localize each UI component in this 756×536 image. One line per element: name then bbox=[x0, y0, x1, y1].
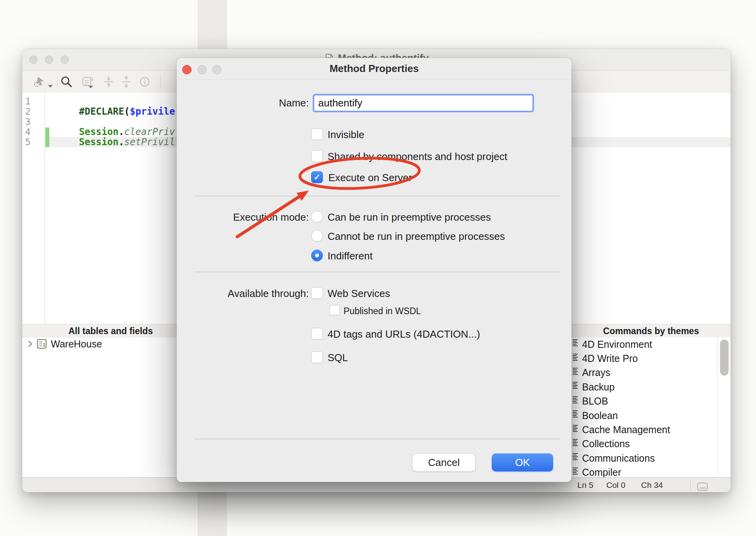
line-number: 5 bbox=[25, 137, 30, 147]
table-name: WareHouse bbox=[51, 338, 102, 350]
commands-theme-item[interactable]: Collections bbox=[571, 437, 731, 451]
invisible-label: Invisible bbox=[328, 129, 364, 141]
statusbar-panel-icon[interactable] bbox=[697, 481, 708, 489]
macros-dropdown-caret[interactable] bbox=[88, 86, 93, 88]
code-line: Session.setPrivil bbox=[79, 137, 175, 147]
status-char: Ch 34 bbox=[641, 478, 663, 492]
theme-list-icon bbox=[572, 424, 578, 436]
code-line: Session.clearPriv bbox=[79, 127, 175, 137]
web-services-checkbox[interactable] bbox=[311, 287, 323, 299]
theme-label: 4D Environment bbox=[582, 339, 652, 350]
separator bbox=[195, 439, 560, 439]
radio-preemptive-can-label: Can be run in preemptive processes bbox=[328, 211, 491, 223]
commands-theme-item[interactable]: 4D Environment bbox=[571, 337, 731, 351]
status-column: Col 0 bbox=[606, 478, 625, 492]
commands-theme-item[interactable]: BLOB bbox=[571, 394, 731, 408]
close-button[interactable] bbox=[29, 56, 38, 64]
commands-theme-item[interactable]: Communications bbox=[571, 451, 731, 465]
invisible-checkbox[interactable] bbox=[311, 128, 323, 140]
theme-label: Compiler bbox=[582, 467, 621, 477]
line-number: 1 bbox=[25, 96, 30, 106]
theme-list-icon bbox=[572, 353, 578, 365]
sql-checkbox[interactable] bbox=[311, 351, 323, 363]
separator bbox=[195, 196, 560, 196]
modified-lines-bar bbox=[45, 128, 49, 147]
separator bbox=[195, 272, 560, 272]
tables-list: WareHouse bbox=[22, 338, 199, 477]
zoom-button[interactable] bbox=[61, 56, 69, 64]
minimize-button[interactable] bbox=[45, 56, 53, 64]
execution-mode-label: Execution mode: bbox=[177, 211, 309, 223]
theme-label: Arrays bbox=[582, 367, 610, 378]
theme-list-icon bbox=[572, 396, 578, 407]
dialog-title: Method Properties bbox=[177, 58, 571, 79]
status-line: Ln 5 bbox=[577, 478, 593, 492]
table-tree-item[interactable]: WareHouse bbox=[22, 338, 199, 350]
theme-list-icon bbox=[572, 467, 578, 477]
theme-label: 4D Write Pro bbox=[582, 353, 638, 364]
radio-preemptive-cannot[interactable] bbox=[311, 230, 323, 242]
available-through-label: Available through: bbox=[177, 288, 309, 300]
code-line: #DECLARE($privile bbox=[79, 106, 175, 117]
theme-label: Cache Management bbox=[582, 424, 670, 435]
theme-label: Backup bbox=[582, 381, 614, 393]
gutter: 12345 bbox=[22, 93, 45, 324]
disclosure-chevron-icon[interactable] bbox=[27, 340, 34, 348]
expand-all-icon[interactable] bbox=[120, 75, 133, 90]
commands-theme-item[interactable]: Compiler bbox=[571, 466, 731, 477]
red-annotation-overlay bbox=[177, 58, 571, 482]
tables-panel-header: All tables and fields bbox=[22, 324, 199, 338]
theme-label: Communications bbox=[582, 453, 655, 464]
statusbar-separator bbox=[690, 480, 691, 490]
run-method-dropdown-caret[interactable] bbox=[48, 85, 53, 88]
commands-theme-item[interactable]: Boolean bbox=[571, 408, 731, 423]
theme-list-icon bbox=[572, 410, 578, 421]
name-label: Name: bbox=[177, 97, 309, 109]
method-properties-dialog: Method Properties Name: Invisible Shared… bbox=[177, 58, 571, 482]
radio-indifferent-label: Indifferent bbox=[328, 250, 373, 262]
theme-label: BLOB bbox=[582, 396, 608, 407]
search-icon[interactable] bbox=[60, 75, 73, 90]
radio-preemptive-cannot-label: Cannot be run in preemptive processes bbox=[328, 230, 505, 243]
scrollbar-thumb[interactable] bbox=[720, 340, 729, 376]
commands-panel-header: Commands by themes bbox=[571, 324, 731, 338]
ok-button[interactable]: OK bbox=[492, 453, 553, 471]
radio-indifferent[interactable] bbox=[311, 250, 323, 261]
commands-list: 4D Environment4D Write ProArraysBackupBL… bbox=[571, 337, 731, 477]
theme-label: Boolean bbox=[582, 410, 618, 421]
line-number: 4 bbox=[25, 127, 30, 137]
radio-preemptive-can[interactable] bbox=[311, 211, 323, 223]
commands-theme-item[interactable]: Cache Management bbox=[571, 423, 731, 437]
sql-label: SQL bbox=[328, 352, 348, 364]
theme-list-icon bbox=[572, 452, 578, 464]
commands-theme-item[interactable]: Backup bbox=[571, 380, 731, 394]
toolbar-separator bbox=[160, 76, 161, 88]
4d-tags-label: 4D tags and URLs (4DACTION...) bbox=[328, 328, 480, 340]
line-number: 3 bbox=[25, 117, 30, 127]
shared-label: Shared by components and host project bbox=[328, 151, 507, 163]
line-number: 2 bbox=[25, 106, 30, 117]
commands-theme-item[interactable]: 4D Write Pro bbox=[571, 351, 731, 365]
execute-on-server-checkbox[interactable]: ✓ bbox=[311, 171, 323, 183]
theme-list-icon bbox=[572, 438, 578, 450]
toolbar-separator bbox=[57, 76, 58, 88]
theme-list-icon bbox=[572, 381, 578, 393]
collapse-all-icon[interactable] bbox=[102, 75, 115, 90]
name-input[interactable] bbox=[313, 94, 534, 112]
info-icon[interactable] bbox=[138, 75, 151, 90]
shared-checkbox[interactable] bbox=[311, 150, 323, 162]
web-services-label: Web Services bbox=[328, 288, 390, 300]
theme-label: Collections bbox=[582, 438, 630, 450]
published-wsdl-checkbox[interactable] bbox=[330, 305, 340, 315]
published-wsdl-label: Published in WSDL bbox=[344, 306, 421, 317]
theme-list-icon bbox=[572, 338, 578, 350]
cancel-button[interactable]: Cancel bbox=[412, 453, 475, 471]
table-icon bbox=[37, 339, 47, 349]
4d-tags-checkbox[interactable] bbox=[311, 328, 323, 340]
execute-on-server-label: Execute on Server bbox=[328, 172, 412, 184]
dialog-titlebar: Method Properties bbox=[177, 58, 571, 80]
desktop: Method: authentify bbox=[0, 0, 756, 536]
run-method-icon[interactable] bbox=[32, 75, 46, 90]
commands-theme-item[interactable]: Arrays bbox=[571, 366, 731, 380]
scrollbar-track-border bbox=[717, 337, 718, 477]
